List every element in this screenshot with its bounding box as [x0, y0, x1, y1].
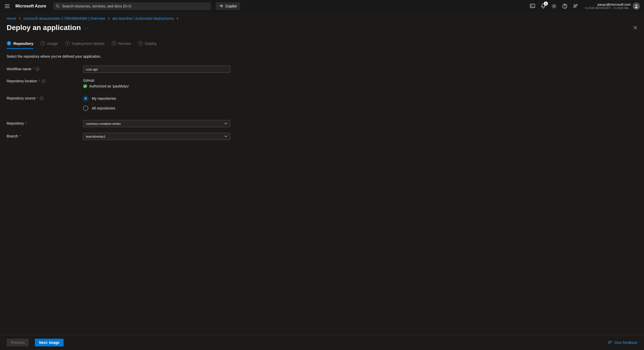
branch-label: Branch [7, 134, 18, 138]
required-asterisk: * [19, 134, 21, 138]
previous-button: Previous [7, 339, 29, 346]
required-asterisk: * [39, 79, 40, 83]
step-deployment-details[interactable]: 3 Deployment details [65, 41, 105, 49]
success-check-icon [83, 84, 87, 88]
info-icon[interactable]: i [36, 67, 39, 71]
cloud-shell-icon[interactable] [529, 3, 536, 9]
breadcrumb: Home microsoft.aksautomatic-172654669456… [7, 16, 637, 21]
step-label: Deployment details [72, 41, 105, 46]
step-review[interactable]: 4 Review [112, 41, 131, 49]
page-title: Deploy an application [7, 24, 81, 32]
wizard-steps: 1 Repository 2 Image 3 Deployment detail… [7, 41, 637, 49]
account-tenant: CLOUD ADVOCACY - CLOUD NA... [585, 6, 631, 9]
radio-circle-icon [83, 96, 88, 101]
feedback-icon [608, 340, 612, 345]
repo-location-provider: GitHub [83, 78, 230, 83]
step-number: 5 [138, 41, 143, 46]
step-number: 3 [65, 41, 70, 46]
account-menu[interactable]: pauyu@microsoft.com CLOUD ADVOCACY - CLO… [583, 3, 640, 10]
step-label: Repository [13, 41, 33, 46]
close-icon[interactable] [633, 26, 637, 30]
required-asterisk: * [33, 67, 34, 71]
info-icon[interactable]: i [42, 79, 45, 83]
svg-point-4 [222, 5, 223, 6]
step-label: Deploy [145, 41, 157, 46]
radio-all-repositories[interactable]: All repositories [83, 106, 230, 111]
search-icon [56, 4, 59, 8]
feedback-top-icon[interactable] [572, 3, 579, 9]
radio-my-repositories[interactable]: My repositories [83, 96, 230, 101]
avatar [633, 3, 640, 10]
notifications-badge: 1 [544, 2, 548, 6]
svg-rect-5 [530, 4, 535, 8]
radio-label: My repositories [92, 96, 116, 101]
notifications-icon[interactable]: 1 [540, 3, 546, 9]
svg-point-7 [553, 5, 555, 7]
chevron-right-icon [176, 17, 178, 20]
repository-value: contoso-creative-writer [86, 122, 121, 126]
info-icon[interactable]: i [40, 97, 43, 100]
copilot-icon [219, 4, 223, 8]
repo-location-label: Repository location [7, 79, 37, 83]
breadcrumb-feature[interactable]: aks-learnlive | Automated deployments [112, 16, 174, 21]
search-input[interactable] [62, 4, 208, 8]
chevron-down-icon [224, 123, 227, 125]
svg-point-9 [565, 7, 565, 8]
required-asterisk: * [25, 121, 27, 125]
radio-circle-icon [83, 106, 88, 111]
more-actions-icon[interactable]: … [84, 25, 89, 30]
chevron-right-icon [108, 17, 110, 20]
radio-label: All repositories [92, 106, 115, 110]
repo-source-label: Repository source [7, 96, 36, 100]
required-asterisk: * [37, 96, 38, 100]
give-feedback-link[interactable]: Give feedback [608, 340, 638, 345]
topbar-icons: 1 pauyu@microsoft.com CLOUD ADVOCACY - C… [529, 3, 642, 10]
svg-line-1 [58, 7, 59, 8]
branch-select[interactable]: learnlive/ep1 [83, 133, 230, 140]
account-text: pauyu@microsoft.com CLOUD ADVOCACY - CLO… [585, 3, 631, 10]
give-feedback-label: Give feedback [615, 341, 638, 345]
breadcrumb-resource[interactable]: microsoft.aksautomatic-1726546694566 | O… [23, 16, 105, 21]
chevron-right-icon [19, 17, 21, 20]
svg-point-12 [609, 341, 610, 343]
chevron-down-icon [224, 135, 227, 137]
breadcrumb-home[interactable]: Home [7, 16, 16, 21]
topbar: Microsoft Azure Copilot [0, 0, 644, 12]
search-wrap [53, 2, 211, 10]
help-icon[interactable] [562, 3, 568, 9]
next-button[interactable]: Next: Image [35, 339, 63, 346]
step-number: 4 [112, 41, 116, 46]
step-repository[interactable]: 1 Repository [7, 41, 33, 49]
step-label: Image [47, 41, 58, 46]
workflow-name-label: Workflow name [7, 67, 31, 71]
copilot-label: Copilot [225, 4, 237, 8]
step-label: Review [118, 41, 131, 46]
section-description: Select the repository where you've defin… [7, 54, 637, 58]
branch-value: learnlive/ep1 [86, 135, 106, 138]
repo-location-auth-text: Authorized as 'pauldotyu' [89, 84, 129, 88]
account-email: pauyu@microsoft.com [585, 3, 631, 7]
step-number: 2 [41, 41, 45, 46]
hamburger-menu[interactable] [2, 1, 12, 11]
step-number: 1 [7, 41, 11, 46]
brand-label[interactable]: Microsoft Azure [14, 4, 49, 8]
svg-point-11 [636, 5, 637, 6]
svg-point-10 [574, 5, 576, 6]
repository-label: Repository [7, 121, 24, 125]
copilot-button[interactable]: Copilot [216, 2, 240, 10]
search-box[interactable] [53, 2, 211, 10]
workflow-name-input[interactable] [83, 66, 230, 73]
wizard-footer: Previous Next: Image Give feedback [0, 335, 644, 350]
settings-icon[interactable] [551, 3, 557, 9]
svg-point-0 [56, 5, 59, 7]
step-image[interactable]: 2 Image [41, 41, 58, 49]
step-deploy[interactable]: 5 Deploy [138, 41, 157, 49]
repository-select[interactable]: contoso-creative-writer [83, 120, 230, 127]
